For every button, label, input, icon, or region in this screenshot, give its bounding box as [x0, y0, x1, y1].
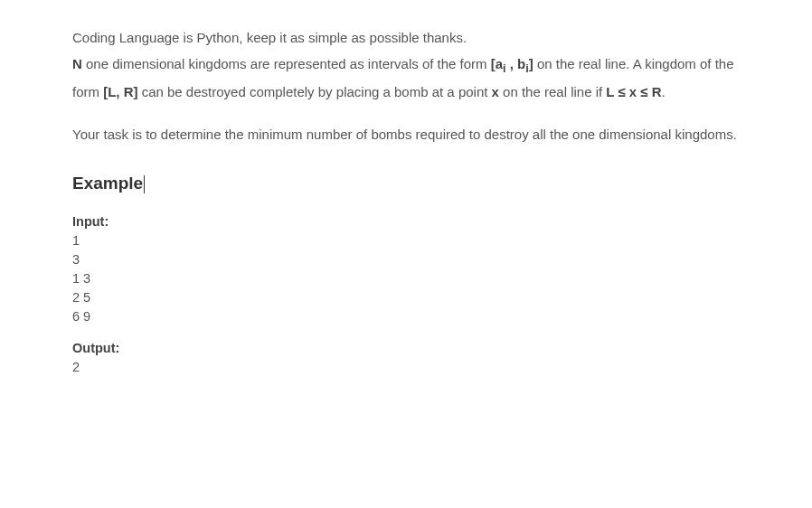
input-line: 1 3	[72, 269, 740, 288]
period: .	[662, 84, 666, 99]
input-line: 6 9	[72, 307, 740, 326]
condition: L ≤ x ≤ R	[606, 84, 661, 99]
input-line: 3	[72, 250, 740, 269]
interval-notation: [ai , bi]	[491, 56, 533, 71]
task-description: Your task is to determine the minimum nu…	[72, 122, 740, 148]
n-bold: N	[72, 56, 82, 71]
desc-part: one dimensional kingdoms are represented…	[82, 56, 491, 71]
x-var: x	[492, 84, 499, 99]
input-line: 2 5	[72, 288, 740, 307]
desc-text: N one dimensional kingdoms are represent…	[72, 56, 734, 100]
input-label: Input:	[72, 212, 740, 231]
example-section: Example Input: 1 3 1 3 2 5 6 9 Output: 2	[72, 167, 740, 377]
input-block: Input: 1 3 1 3 2 5 6 9	[72, 212, 740, 326]
problem-description: Coding Language is Python, keep it as si…	[72, 25, 740, 106]
lr-notation: [L, R]	[103, 84, 137, 99]
intro-language-line: Coding Language is Python, keep it as si…	[72, 25, 740, 52]
output-label: Output:	[72, 339, 740, 358]
output-line: 2	[72, 358, 740, 377]
desc-part: on the real line if	[499, 84, 606, 99]
input-line: 1	[72, 231, 740, 250]
desc-part: can be destroyed completely by placing a…	[138, 84, 492, 99]
output-block: Output: 2	[72, 339, 740, 377]
text-cursor	[144, 175, 145, 193]
example-heading: Example	[72, 167, 145, 200]
